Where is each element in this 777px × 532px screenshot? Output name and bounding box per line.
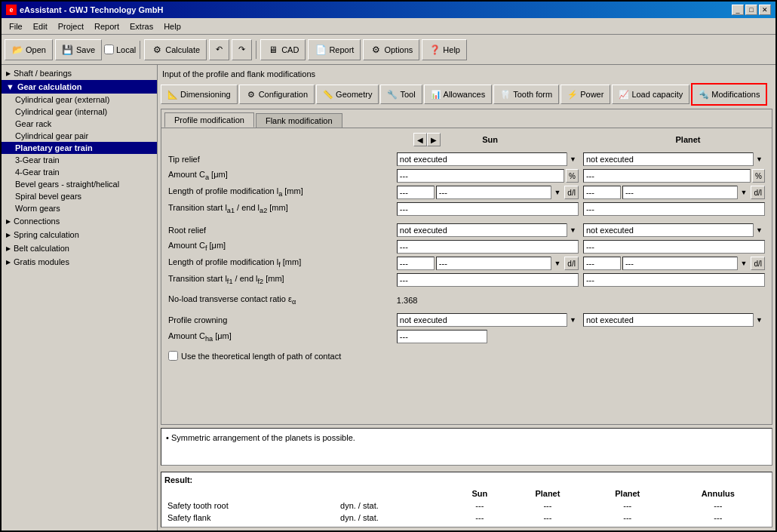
amount-cf-planet-input[interactable] [583,240,765,254]
amount-cha-row: Amount Cha [μm] [166,328,767,345]
transition-f-label: Transition start lf1 / end lf2 [mm] [166,272,395,288]
length-la-planet-group: --- ▼ d/l [583,186,765,199]
allowances-icon: 📊 [431,89,441,100]
nav-next-btn[interactable]: ▶ [427,133,441,146]
amount-ca-pct-btn[interactable]: % [566,169,579,183]
options-button[interactable]: ⚙ Options [363,39,419,60]
sidebar-item-cyl-ext[interactable]: Cylindrical gear (external) [2,94,157,106]
form-table: Tip relief not executed linear arc shape… [166,151,767,367]
transition-f-planet-input[interactable] [583,273,765,287]
minimize-btn[interactable]: _ [732,5,744,15]
sidebar-item-bevel[interactable]: Bevel gears - straight/helical [2,178,157,190]
profile-crowning-sun-select[interactable]: not executed linear [397,313,579,327]
length-la-planet-dl-btn[interactable]: d/l [751,186,765,199]
sidebar-item-spiral[interactable]: Spiral bevel gears [2,190,157,202]
length-la-planet-select[interactable]: --- [622,186,750,199]
sidebar-item-cyl-pair[interactable]: Cylindrical gear pair [2,130,157,142]
sidebar-item-4gear[interactable]: 4-Gear train [2,166,157,178]
allowances-button[interactable]: 📊 Allowances [424,85,493,104]
length-lf-planet-select[interactable]: --- [622,257,750,270]
menu-report[interactable]: Report [90,20,124,32]
amount-cf-sun-input[interactable] [397,240,579,254]
tab-bar: Profile modification Flank modification [161,109,772,128]
dimensioning-button[interactable]: 📐 Dimensioning [161,85,238,104]
length-lf-planet-input[interactable] [583,257,621,270]
menu-edit[interactable]: Edit [29,20,52,32]
use-theoretical-checkbox[interactable] [168,351,178,361]
title-controls[interactable]: _ □ ✕ [732,5,771,15]
amount-ca-sun-input[interactable] [397,169,564,183]
length-lf-planet-dl-btn[interactable]: d/l [751,257,765,270]
length-lf-sun-input[interactable] [397,257,435,270]
sidebar-item-gratis[interactable]: ▶ Gratis modules [2,255,157,269]
transition-a-row: Transition start la1 / end la2 [mm] [166,201,767,217]
root-relief-planet-select[interactable]: not executed linear [583,223,765,237]
redo-button[interactable]: ↷ [232,39,252,60]
tab-flank-modification[interactable]: Flank modification [256,113,342,128]
transition-a-sun-input[interactable] [397,202,579,216]
profile-crowning-sun-cell: not executed linear ▼ [395,312,581,328]
sidebar-item-planetary[interactable]: Planetary gear train [2,142,157,154]
menu-file[interactable]: File [5,20,27,32]
col-header-row: ◀ ▶ Sun Planet [166,133,767,146]
sidebar-item-cyl-int[interactable]: Cylindrical gear (internal) [2,106,157,118]
length-la-sun-input[interactable] [397,186,435,199]
load-capacity-button[interactable]: 📈 Load capacity [612,85,689,104]
menu-extras[interactable]: Extras [125,20,158,32]
tip-relief-planet-select[interactable]: not executed linear arc shaped [583,152,765,166]
report-button[interactable]: 📄 Report [308,39,361,60]
close-btn[interactable]: ✕ [759,5,771,15]
nav-prev-btn[interactable]: ◀ [413,133,427,146]
profile-crowning-row: Profile crowning not executed linear ▼ [166,312,767,328]
sidebar-group-gear-calc[interactable]: ▼ Gear calculation [2,80,157,94]
save-button[interactable]: 💾 Save [55,39,102,60]
sidebar-item-belt-calc[interactable]: ▶ Belt calculation [2,241,157,255]
local-checkbox[interactable] [104,45,114,54]
length-la-planet-input[interactable] [583,186,621,199]
power-button[interactable]: ⚡ Power [560,85,610,104]
cad-button[interactable]: 🖥 CAD [260,39,306,60]
tool-button[interactable]: 🔧 Tool [380,85,422,104]
sidebar-item-shaft-bearings[interactable]: ▶ Shaft / bearings [2,66,157,80]
maximize-btn[interactable]: □ [745,5,757,15]
tip-relief-sun-select[interactable]: not executed linear arc shaped [397,152,579,166]
transition-f-sun-input[interactable] [397,273,579,287]
root-relief-planet-cell: not executed linear ▼ [581,222,767,238]
calculate-button[interactable]: ⚙ Calculate [144,39,207,60]
tab-profile-modification[interactable]: Profile modification [164,112,254,128]
transition-a-planet-cell [581,201,767,217]
tooth-form-button[interactable]: 🦷 Tooth form [493,85,559,104]
sidebar-item-worm[interactable]: Worm gears [2,202,157,214]
sidebar-item-connections[interactable]: ▶ Connections [2,214,157,228]
amount-ca-planet-input[interactable] [583,169,751,183]
result-flank-sub: dyn. / stat. [337,512,452,524]
profile-crowning-label: Profile crowning [166,312,395,328]
root-relief-row: Root relief not executed linear ▼ [166,222,767,238]
open-button[interactable]: 📂 Open [5,39,53,60]
length-la-sun-dl-btn[interactable]: d/l [564,186,579,199]
modifications-button[interactable]: 🔩 Modifications [691,83,767,106]
root-relief-sun-select[interactable]: not executed linear [397,223,579,237]
amount-ca-planet-pct-btn[interactable]: % [752,169,765,183]
menu-project[interactable]: Project [54,20,88,32]
length-lf-sun-select[interactable]: --- [436,257,564,270]
length-la-sun-select[interactable]: --- [436,186,564,199]
sidebar-item-3gear[interactable]: 3-Gear train [2,154,157,166]
transition-a-planet-input[interactable] [583,202,765,216]
help-button[interactable]: ❓ Help [422,39,467,60]
sidebar-item-gear-rack[interactable]: Gear rack [2,118,157,130]
undo-button[interactable]: ↶ [209,39,229,60]
root-relief-sun-cell: not executed linear ▼ [395,222,581,238]
save-icon: 💾 [62,44,74,56]
length-lf-sun-dl-btn[interactable]: d/l [564,257,579,270]
menu-bar: File Edit Project Report Extras Help [2,18,775,35]
planet-header: Planet [638,135,737,144]
length-la-planet-cell: --- ▼ d/l [581,184,767,201]
amount-cha-input[interactable] [397,330,487,343]
transition-a-sun-cell [395,201,581,217]
menu-help[interactable]: Help [159,20,186,32]
profile-crowning-planet-select[interactable]: not executed linear [583,313,765,327]
sidebar-item-spring-calc[interactable]: ▶ Spring calculation [2,228,157,241]
configuration-button[interactable]: ⚙ Configuration [239,85,315,104]
geometry-button[interactable]: 📏 Geometry [316,85,379,104]
